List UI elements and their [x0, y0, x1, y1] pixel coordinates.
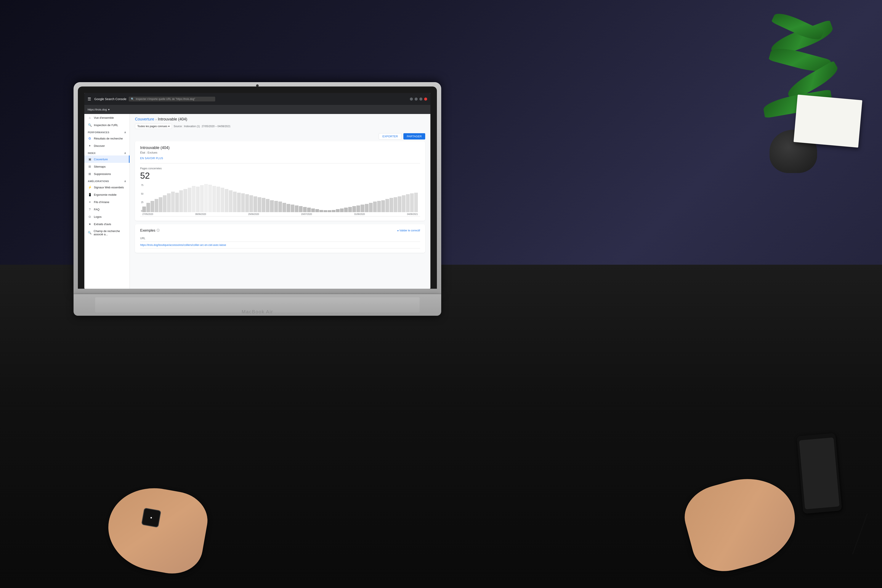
- status-value: Exclues: [147, 151, 158, 154]
- property-selector[interactable]: https://trois.dog ▾: [88, 108, 110, 111]
- dot-2[interactable]: [415, 98, 418, 100]
- enhancements-label: Améliorations: [88, 180, 109, 183]
- chevron-up-icon-2[interactable]: ∧: [124, 152, 126, 154]
- x-label-2: 08/06/2020: [195, 213, 206, 215]
- chart-bar: [179, 190, 183, 212]
- sidebar-item-review-snippets[interactable]: ★ Extraits d'avis: [84, 220, 129, 228]
- main-content: Couverture › Introuvable (404) Toutes le…: [130, 114, 430, 289]
- chart-bar: [249, 195, 253, 212]
- sidebar-item-sitemaps[interactable]: ⊞ Sitemaps: [84, 163, 129, 170]
- filter-button[interactable]: Toutes les pages connues ▾: [135, 124, 172, 129]
- sidebar-review-label: Extraits d'avis: [94, 222, 111, 226]
- pages-label: Pages concernées: [140, 167, 420, 170]
- sidebar-item-web-vitals[interactable]: ⚡ Signaux Web essentiels: [84, 184, 129, 191]
- chart-bar: [295, 206, 298, 212]
- chart-bar: [320, 210, 323, 212]
- chart-bar: [315, 209, 319, 212]
- chevron-up-icon[interactable]: ∧: [124, 131, 126, 134]
- card-subtitle: État : Exclues: [140, 151, 420, 154]
- y-label-50: 50: [141, 193, 143, 195]
- sidebar-item-coverage[interactable]: ▣ Couverture: [84, 156, 129, 163]
- card-title: Introuvable (404): [140, 146, 420, 150]
- breadcrumb: Couverture › Introuvable (404): [130, 114, 430, 123]
- chart-bar: [340, 208, 344, 212]
- chart-bar: [344, 208, 348, 212]
- chart-bar: [212, 186, 216, 212]
- sidebar-item-mobile-usability[interactable]: 📱 Ergonomie mobile: [84, 191, 129, 198]
- chart-bar: [348, 207, 352, 212]
- sidebar-item-logos[interactable]: ⊙ Logos: [84, 213, 129, 220]
- dot-1[interactable]: [410, 98, 413, 100]
- chart-bar: [381, 200, 385, 212]
- laptop-screen: ☰ Google Search Console 🔍: [84, 93, 430, 289]
- y-label-0: 0: [141, 210, 143, 212]
- chart-bar: [254, 196, 257, 212]
- url-column-header: URL: [140, 235, 420, 242]
- sidebar-item-breadcrumbs[interactable]: ≡ Fils d'Ariane: [84, 198, 129, 206]
- share-button[interactable]: PARTAGER: [404, 133, 425, 140]
- table-cell-url[interactable]: https://trois.dog/boutique/accessoires/c…: [140, 242, 420, 249]
- sidebar-overview-label: Vue d'ensemble: [94, 116, 114, 119]
- chart-bar: [192, 186, 195, 212]
- chart-bar: [332, 210, 336, 212]
- chart-bar: [369, 203, 373, 212]
- chart-bar: [402, 195, 405, 212]
- sidebar-item-search-results[interactable]: G Résultats de recherche: [84, 135, 129, 142]
- topbar: ☰ Google Search Console 🔍: [84, 93, 430, 105]
- laptop: ☰ Google Search Console 🔍: [74, 82, 441, 342]
- chart-bar: [373, 201, 377, 212]
- sidebar-item-faq[interactable]: ? FAQ: [84, 206, 129, 213]
- sidebar-sitemaps-label: Sitemaps: [94, 165, 105, 168]
- coverage-icon: ▣: [88, 157, 92, 161]
- sidebar-item-overview[interactable]: ⌂ Vue d'ensemble: [84, 114, 129, 122]
- breadcrumb-current: Introuvable (404): [158, 117, 187, 122]
- chevron-up-icon-3[interactable]: ∧: [124, 180, 126, 183]
- chart-bar: [286, 204, 290, 212]
- examples-card: Exemples ⓘ ▸ Valider le correctif URL: [135, 224, 425, 253]
- property-name: https://trois.dog: [88, 108, 107, 111]
- google-icon: G: [88, 136, 92, 140]
- pages-count: 52: [140, 171, 420, 181]
- chart-x-axis: 27/05/2020 08/06/2020 29/06/2020 20/07/2…: [140, 212, 420, 215]
- sidebar-item-url-inspection[interactable]: 🔍 Inspection de l'URL: [84, 122, 129, 129]
- chart-bar: [386, 199, 389, 212]
- menu-icon[interactable]: ☰: [88, 97, 91, 101]
- x-label-4: 20/07/2020: [301, 213, 312, 215]
- chart-bar: [324, 210, 327, 212]
- chart-bar: [352, 206, 356, 212]
- divider: [140, 163, 420, 164]
- export-button[interactable]: EXPORTER: [379, 133, 401, 140]
- property-bar: https://trois.dog ▾: [84, 105, 430, 114]
- breadcrumb-parent[interactable]: Couverture: [135, 117, 154, 122]
- sidebar-url-label: Inspection de l'URL: [94, 123, 118, 127]
- index-label: Index: [88, 152, 96, 154]
- x-label-3: 29/06/2020: [248, 213, 259, 215]
- laptop-lid: ☰ Google Search Console 🔍: [74, 82, 441, 294]
- screen-bezel: ☰ Google Search Console 🔍: [78, 87, 437, 289]
- learn-more-link[interactable]: EN SAVOIR PLUS: [140, 157, 420, 160]
- chart-bar: [270, 200, 274, 212]
- chart-bar: [356, 206, 360, 212]
- chart-bar: [278, 201, 282, 212]
- chart-bar: [274, 201, 278, 212]
- chart-bar: [299, 206, 303, 212]
- chart-bar: [307, 208, 311, 212]
- search-bar[interactable]: 🔍: [129, 97, 215, 101]
- search-input[interactable]: [136, 98, 213, 100]
- chart-bar: [365, 204, 369, 212]
- filter-label: Toutes les pages connues: [137, 125, 167, 128]
- close-dot[interactable]: [424, 98, 427, 100]
- sidebar-item-removals[interactable]: ⊠ Suppressions: [84, 170, 129, 177]
- dot-3[interactable]: [419, 98, 422, 100]
- chart-bar: [266, 199, 270, 212]
- sidebar-item-discover[interactable]: ✦ Discover: [84, 142, 129, 149]
- validate-fix-link[interactable]: ▸ Valider le correctif: [398, 229, 420, 232]
- home-icon: ⌂: [88, 116, 92, 120]
- sidebar-discover-label: Discover: [94, 144, 105, 147]
- chart-bar: [410, 194, 414, 212]
- chart-bar: [390, 198, 393, 212]
- sidebar-item-site-search[interactable]: 🔍 Champ de recherche associé a...: [84, 228, 129, 238]
- chart-bar: [311, 208, 315, 212]
- sidebar-section-enhancements: Améliorations ∧: [84, 177, 129, 184]
- chart-bar: [196, 187, 200, 212]
